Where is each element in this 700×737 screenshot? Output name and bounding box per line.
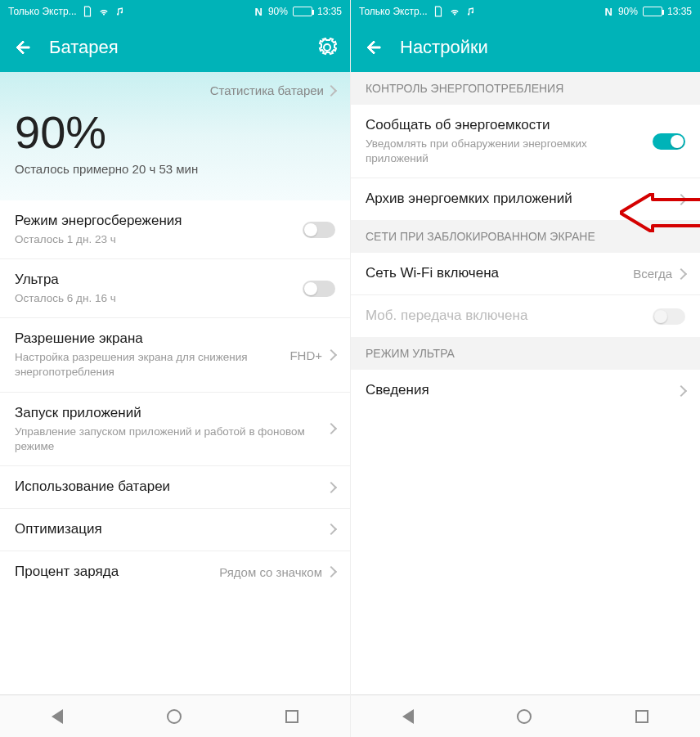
row-wifi-lock[interactable]: Сеть Wi-Fi включена Всегда <box>351 253 700 295</box>
nfc-icon: N <box>254 5 263 19</box>
label: Оптимизация <box>15 520 327 539</box>
row-battery-usage[interactable]: Использование батареи <box>0 466 350 509</box>
nav-home-icon[interactable] <box>167 709 182 724</box>
row-notify-energy[interactable]: Сообщать об энергоемкости Уведомлять при… <box>351 105 700 178</box>
status-bar: Только Экстр... N 90% 13:35 <box>351 0 700 23</box>
carrier-label: Только Экстр... <box>359 6 428 17</box>
battery-stats-link[interactable]: Статистика батареи <box>15 83 335 97</box>
screen-settings: Только Экстр... N 90% 13:35 Настройки КО… <box>350 0 700 737</box>
toggle-notify-energy[interactable] <box>653 133 685 150</box>
label: Запуск приложений <box>15 404 327 423</box>
battery-hero: Статистика батареи 90% Осталось примерно… <box>0 72 350 200</box>
row-optimize[interactable]: Оптимизация <box>0 509 350 551</box>
chevron-right-icon <box>675 385 687 397</box>
label: Использование батареи <box>15 478 327 497</box>
toggle-power-saving[interactable] <box>303 222 335 238</box>
section-ultra-mode: РЕЖИМ УЛЬТРА <box>351 337 700 370</box>
sim-icon <box>82 6 93 17</box>
page-title: Настройки <box>400 37 687 58</box>
clock: 13:35 <box>317 6 342 17</box>
chevron-right-icon <box>325 524 337 535</box>
nav-recent-icon[interactable] <box>285 710 298 723</box>
battery-icon <box>293 7 312 16</box>
nav-bar <box>0 694 350 737</box>
row-mobile-data-lock: Моб. передача включена <box>351 295 700 337</box>
label: Процент заряда <box>15 563 219 582</box>
row-app-launch[interactable]: Запуск приложений Управление запуском пр… <box>0 393 350 466</box>
title-bar: Настройки <box>351 23 700 72</box>
battery-pct-status: 90% <box>268 6 288 17</box>
battery-remaining: Осталось примерно 20 ч 53 мин <box>15 162 335 176</box>
sim-icon <box>433 6 444 17</box>
nav-back-icon[interactable] <box>52 709 63 724</box>
sublabel: Осталось 6 дн. 16 ч <box>15 291 303 306</box>
row-battery-pct-style[interactable]: Процент заряда Рядом со значком <box>0 551 350 593</box>
label: Ультра <box>15 271 303 290</box>
label: Сообщать об энергоемкости <box>366 116 653 135</box>
gear-icon[interactable] <box>317 38 337 57</box>
wifi-icon <box>98 6 110 17</box>
label: Разрешение экрана <box>15 330 289 348</box>
label: Сеть Wi-Fi включена <box>366 264 633 283</box>
nav-back-icon[interactable] <box>402 709 414 724</box>
label: Сведения <box>366 381 677 400</box>
chevron-right-icon <box>325 423 337 434</box>
value: FHD+ <box>289 348 322 362</box>
row-resolution[interactable]: Разрешение экрана Настройка разрешения э… <box>0 318 350 392</box>
sublabel: Настройка разрешения экрана для снижения… <box>15 350 289 380</box>
chevron-right-icon <box>325 349 337 361</box>
battery-percent: 90% <box>15 106 335 159</box>
row-power-saving[interactable]: Режим энергосбережения Осталось 1 дн. 23… <box>0 200 350 259</box>
battery-stats-label: Статистика батареи <box>210 83 324 97</box>
value: Рядом со значком <box>219 565 322 579</box>
annotation-arrow-icon <box>620 193 700 232</box>
section-power-control: КОНТРОЛЬ ЭНЕРГОПОТРЕБЛЕНИЯ <box>351 72 700 105</box>
toggle-mobile-data <box>653 308 685 325</box>
wifi-icon <box>449 6 460 17</box>
chevron-right-icon <box>325 481 337 492</box>
clock: 13:35 <box>667 6 692 17</box>
chevron-right-icon <box>675 268 687 280</box>
sublabel: Уведомлять при обнаружении энергоемких п… <box>366 137 653 166</box>
nav-bar <box>351 694 700 737</box>
music-icon <box>465 6 477 17</box>
back-icon[interactable] <box>13 38 33 57</box>
status-bar: Только Экстр... N 90% 13:35 <box>0 0 350 23</box>
chevron-right-icon <box>325 566 337 577</box>
label: Моб. передача включена <box>366 307 653 326</box>
sublabel: Осталось 1 дн. 23 ч <box>15 232 303 247</box>
nfc-icon: N <box>604 5 613 19</box>
title-bar: Батарея <box>0 23 350 72</box>
battery-pct-status: 90% <box>618 6 638 17</box>
music-icon <box>114 6 126 17</box>
nav-home-icon[interactable] <box>517 709 532 724</box>
page-title: Батарея <box>49 37 301 58</box>
value: Всегда <box>633 267 672 281</box>
sublabel: Управление запуском приложений и работой… <box>15 425 327 454</box>
back-icon[interactable] <box>364 38 384 57</box>
toggle-ultra[interactable] <box>303 281 335 297</box>
screen-battery: Только Экстр... N 90% 13:35 Батарея Стат… <box>0 0 350 737</box>
row-info[interactable]: Сведения <box>351 370 700 411</box>
nav-recent-icon[interactable] <box>635 710 648 723</box>
label: Режим энергосбережения <box>15 212 303 231</box>
chevron-right-icon <box>325 84 337 96</box>
battery-icon <box>643 7 662 16</box>
carrier-label: Только Экстр... <box>8 6 77 17</box>
row-ultra[interactable]: Ультра Осталось 6 дн. 16 ч <box>0 259 350 318</box>
